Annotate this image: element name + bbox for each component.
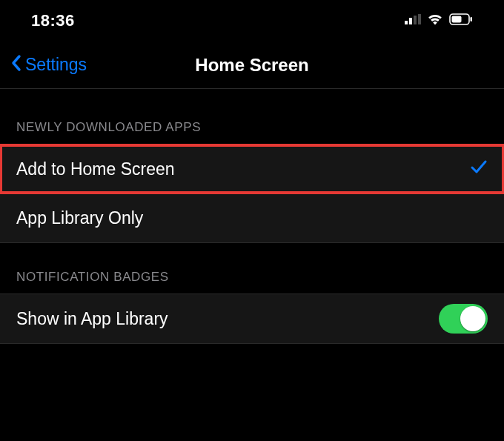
back-label: Settings (25, 55, 87, 75)
option-app-library-only[interactable]: App Library Only (0, 193, 504, 242)
svg-rect-3 (418, 14, 421, 24)
newly-downloaded-group: Add to Home Screen App Library Only (0, 144, 504, 243)
battery-icon (449, 13, 473, 28)
option-label: App Library Only (16, 208, 143, 228)
wifi-icon (427, 13, 443, 28)
switch-show-in-app-library[interactable] (439, 304, 488, 334)
status-time: 18:36 (31, 11, 75, 30)
option-label: Add to Home Screen (16, 159, 175, 179)
svg-rect-0 (405, 21, 408, 24)
back-button[interactable]: Settings (10, 54, 87, 76)
navigation-bar: Settings Home Screen (0, 42, 504, 89)
status-indicators (405, 13, 473, 28)
switch-knob (460, 306, 485, 331)
page-title: Home Screen (195, 55, 308, 76)
option-add-to-home-screen[interactable]: Add to Home Screen (0, 145, 504, 193)
toggle-show-in-app-library[interactable]: Show in App Library (0, 294, 504, 343)
svg-rect-1 (409, 18, 412, 24)
section-header-notification-badges: NOTIFICATION BADGES (0, 243, 504, 294)
section-header-newly-downloaded: NEWLY DOWNLOADED APPS (0, 89, 504, 144)
chevron-left-icon (10, 54, 22, 76)
svg-rect-5 (452, 16, 462, 23)
checkmark-icon (470, 159, 488, 179)
svg-rect-6 (471, 17, 473, 21)
cellular-icon (405, 14, 421, 27)
toggle-label: Show in App Library (16, 309, 168, 329)
notification-badges-group: Show in App Library (0, 294, 504, 344)
status-bar: 18:36 (0, 0, 504, 42)
svg-rect-2 (414, 16, 417, 24)
